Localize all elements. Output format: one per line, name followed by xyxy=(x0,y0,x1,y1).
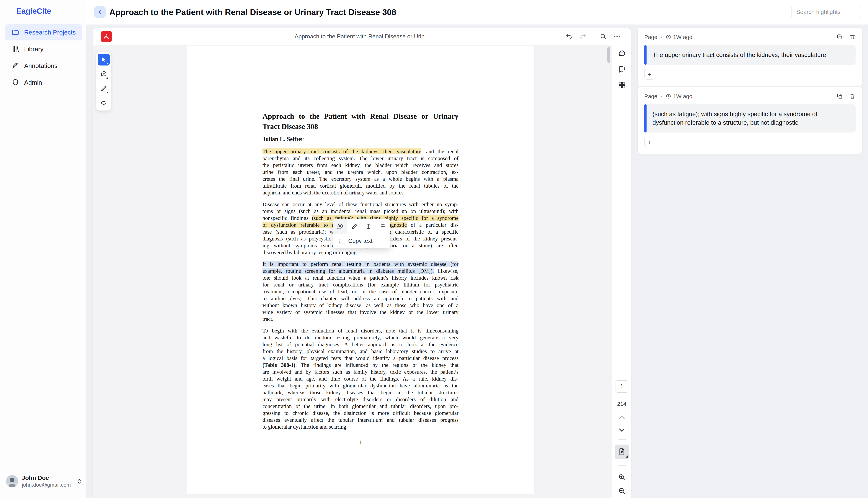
pdf-text-line[interactable]: hallmark, whereas those kidney diseases … xyxy=(262,389,458,396)
pdf-text-line[interactable]: ultrafiltrate from renal cortical glomer… xyxy=(262,182,458,189)
highlight-action-button[interactable] xyxy=(347,219,362,234)
pdf-text-line[interactable]: concentration of the urine. In both glom… xyxy=(262,403,458,410)
pdf-toolbar-actions xyxy=(566,28,621,45)
comment-action-button[interactable] xyxy=(333,219,347,234)
pdf-text: a logical basis for targeted tests that … xyxy=(262,355,458,361)
document-title: Approach to the Patient with Renal Disea… xyxy=(93,28,631,45)
pdf-text: diseases eventually affect the tubular i… xyxy=(262,417,458,423)
expand-collapse-icon[interactable] xyxy=(77,478,82,484)
search-highlights-input[interactable] xyxy=(791,6,861,18)
pdf-text-line[interactable]: toms or signs (such as an incidental ren… xyxy=(262,208,458,215)
pdf-text-line[interactable]: treatment, occupational use of lead, or,… xyxy=(262,288,458,295)
strip-divider xyxy=(618,466,626,466)
search-icon[interactable] xyxy=(599,33,607,40)
sidebar-item-research-projects[interactable]: Research Projects xyxy=(5,24,82,40)
card-actions xyxy=(837,93,856,100)
comment-tool-button[interactable] xyxy=(98,68,110,80)
pdf-text: wide variety of systemic illnesses that … xyxy=(262,309,458,315)
pdf-paragraph: It is important to perform renal testing… xyxy=(262,261,458,323)
highlight-quote[interactable]: The upper urinary tract consists of the … xyxy=(644,45,856,65)
pdf-text-line[interactable]: tract. xyxy=(262,316,458,323)
pdf-text-line[interactable]: urine from each ureter, and the urethra … xyxy=(262,169,458,175)
pdf-text: and wasteful to do random testing premat… xyxy=(262,335,458,340)
pdf-page[interactable]: Approach to the Patient with Renal Disea… xyxy=(187,47,534,494)
pdf-text: to glomerular dysfunction and scarring. xyxy=(262,424,348,430)
separator-dot: • xyxy=(661,93,662,99)
pdf-text-line[interactable]: gressing to chronic disease, the distinc… xyxy=(262,410,458,417)
redo-icon[interactable] xyxy=(579,33,586,40)
thumbnails-panel-icon[interactable] xyxy=(618,81,626,89)
page-fit-button[interactable] xyxy=(614,445,629,459)
lasso-tool-button[interactable] xyxy=(98,97,110,109)
previous-page-icon[interactable] xyxy=(618,415,626,420)
copy-text-button[interactable]: Copy text xyxy=(333,234,390,248)
current-page-input[interactable]: 1 xyxy=(616,380,628,393)
vertical-scrollbar-thumb[interactable] xyxy=(607,47,610,63)
pdf-text-line[interactable]: and wasteful to do random testing premat… xyxy=(262,334,458,341)
tool-palette xyxy=(96,52,111,110)
pdf-text-line[interactable]: to aniline dyes). This chapter will addr… xyxy=(262,295,458,302)
pdf-text: urine from each ureter, and the urethra … xyxy=(262,169,458,175)
pdf-text-line[interactable]: wide variety of systemic illnesses that … xyxy=(262,309,458,316)
pdf-text: eases that begin primarily with glomerul… xyxy=(262,383,458,389)
more-icon[interactable] xyxy=(613,33,621,40)
pdf-text-line[interactable]: diseases eventually affect the tubular i… xyxy=(262,417,458,423)
pdf-text-line[interactable]: birth weight and age, and time course of… xyxy=(262,375,458,382)
bold-text: (Table 308-1) xyxy=(262,362,295,368)
pdf-text-line[interactable]: are involved and by factors such as fami… xyxy=(262,368,458,375)
sidebar-item-annotations[interactable]: Annotations xyxy=(5,57,82,74)
pdf-text-line[interactable]: (Table 308-1). The findings are influenc… xyxy=(262,362,458,368)
pdf-text-line[interactable]: discovered by laboratory testing or imag… xyxy=(262,249,458,256)
copy-icon[interactable] xyxy=(837,93,843,100)
pdf-text-line[interactable]: It is important to perform renal testing… xyxy=(262,261,458,267)
strikethrough-action-button[interactable] xyxy=(376,219,390,234)
select-tool-button[interactable] xyxy=(98,54,110,65)
copy-icon[interactable] xyxy=(837,34,843,40)
add-note-button[interactable]: + xyxy=(644,136,655,147)
pdf-text-line[interactable]: from the history, physical examination, … xyxy=(262,348,458,355)
zoom-in-icon[interactable] xyxy=(618,473,626,481)
pdf-text-line[interactable]: for renal or urinary tract complications… xyxy=(262,281,458,288)
pdf-text-line[interactable]: to glomerular dysfunction and scarring. xyxy=(262,423,458,430)
undo-icon[interactable] xyxy=(566,33,573,40)
pdf-text-line[interactable]: long list of potential diagnoses. A bett… xyxy=(262,341,458,348)
add-note-button[interactable]: + xyxy=(644,69,655,80)
pdf-text-line[interactable]: cretes the final urine. The excretory sy… xyxy=(262,175,458,182)
zoom-out-icon[interactable] xyxy=(618,487,626,495)
pdf-text-line[interactable]: The upper urinary tract consists of the … xyxy=(262,148,458,155)
pdf-text: , and the renal xyxy=(421,148,458,154)
underline-action-button[interactable] xyxy=(362,219,376,234)
pdf-text: are involved and by factors such as fami… xyxy=(262,369,458,375)
bookmarks-panel-icon[interactable] xyxy=(618,65,626,74)
highlighter-tool-button[interactable] xyxy=(98,82,110,94)
user-menu[interactable]: John Doe john.doe@gmail.com xyxy=(6,474,82,488)
pdf-text-line[interactable]: eases that begin primarily with glomerul… xyxy=(262,382,458,389)
pdf-text-line[interactable]: without known history of kidney disease,… xyxy=(262,302,458,309)
sidebar-item-admin[interactable]: Admin xyxy=(5,74,82,91)
chapter-author: Julian L. Seifter xyxy=(262,136,458,143)
page-navigation: 1 214 xyxy=(612,380,631,495)
clock-icon xyxy=(666,34,671,40)
back-button[interactable] xyxy=(94,6,106,18)
next-page-icon[interactable] xyxy=(618,428,626,433)
quote-accent-bar xyxy=(644,45,647,65)
pdf-text-line[interactable]: nephron, and ends with the excretion of … xyxy=(262,189,458,196)
pdf-text-line[interactable]: To begin with the evaluation of renal di… xyxy=(262,327,458,334)
pdf-text-line[interactable]: may present primarily with electrolyte d… xyxy=(262,396,458,403)
pdf-text: Likewise, xyxy=(434,268,458,274)
card-time-label: 1W ago xyxy=(673,93,692,100)
comments-panel-icon[interactable] xyxy=(618,50,626,58)
blue-highlight: It is important to perform renal testing… xyxy=(262,261,458,267)
pdf-text-line[interactable]: the peristaltic ureters from each kidney… xyxy=(262,162,458,169)
trash-icon[interactable] xyxy=(849,93,856,100)
pdf-text: from the history, physical examination, … xyxy=(262,348,458,354)
pdf-text-line[interactable]: one should look at renal function when a… xyxy=(262,274,458,281)
pdf-text-line[interactable]: parenchyma and its collecting system. Th… xyxy=(262,155,458,162)
trash-icon[interactable] xyxy=(849,34,856,40)
sidebar-item-library[interactable]: Library xyxy=(5,41,82,57)
pdf-text-line[interactable]: a logical basis for targeted tests that … xyxy=(262,355,458,362)
pdf-toolbar: Approach to the Patient with Renal Disea… xyxy=(93,28,631,45)
highlight-quote[interactable]: (such as fatigue); with signs highly spe… xyxy=(644,104,856,132)
pdf-text-line[interactable]: Disease can occur at any level of these … xyxy=(262,201,458,208)
pdf-text-line[interactable]: example, routine screening for albuminur… xyxy=(262,267,458,274)
